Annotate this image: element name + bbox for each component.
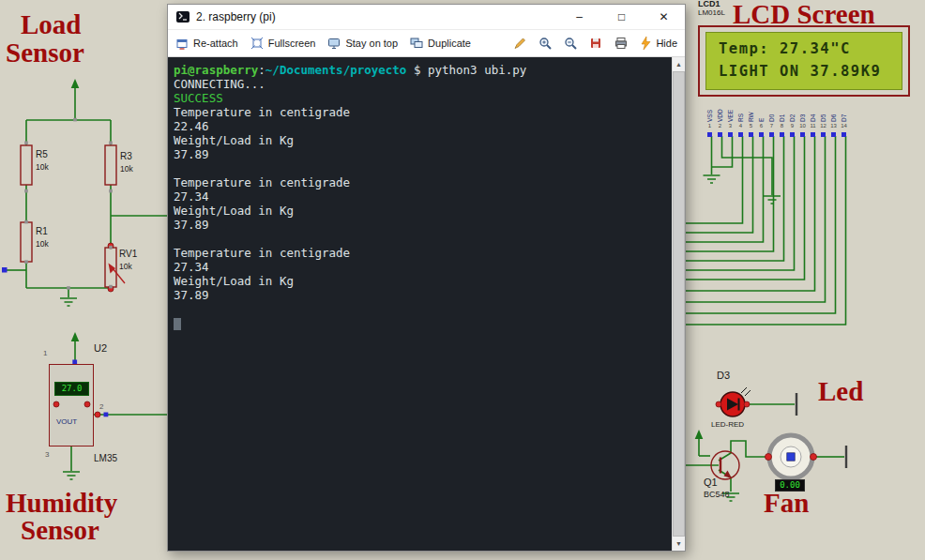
lcd-pin-d4: D411 [808,98,818,141]
scroll-up-arrow[interactable]: ▲ [673,57,685,71]
rv1-value: 10k [119,263,132,271]
lcd-pin-d2: D29 [787,98,797,141]
terminal-line [174,161,666,175]
re-attach-button[interactable]: Re-attach [175,37,238,50]
q1-ref: Q1 [704,477,718,488]
window-toolbar: Re-attach Fullscreen Stay on top Duplica… [168,29,685,57]
save-button[interactable] [589,37,602,50]
lcd-pin-d3: D310 [797,98,808,141]
d3-part: LED-RED [711,421,744,429]
lcd-pin-vss: VSS1 [705,98,715,141]
lm35-vout-pin-label: VOUT [56,417,77,426]
terminal-line: 27.34 [174,189,666,204]
lcd-pin-row: VSS1VDD2VEE3RS4RW5E6D07D18D29D310D411D51… [705,98,853,141]
close-button[interactable]: ✕ [643,5,685,29]
lcd-pin-e: E6 [756,98,766,141]
lcd-component[interactable]: Temp: 27.34"C LIGHT ON 37.89K9 [698,25,910,97]
scroll-down-arrow[interactable]: ▼ [673,537,685,551]
lcd-pin-d6: D613 [828,98,839,141]
lcd-pin-rw: RW5 [746,98,756,141]
terminal-line: Weight/Load in Kg [174,274,666,288]
terminal-app-icon [175,10,190,23]
label-load-sensor-line1: Load [21,11,81,38]
terminal-line: pi@raspberry:~/Documents/proyecto $ pyth… [174,63,666,77]
lcd-pin-d1: D18 [777,98,787,141]
print-button[interactable] [614,37,628,50]
terminal-line: Weight/Load in Kg [174,133,666,147]
r5-value: 10k [36,163,49,172]
terminal-line: Weight/Load in Kg [174,204,666,218]
terminal-cursor [174,318,181,330]
stay-on-top-button[interactable]: Stay on top [327,37,398,50]
window-restore-icon [175,37,189,50]
terminal-line: Temperature in centigrade [174,105,666,119]
u2-pin2-number: 2 [99,403,103,411]
r1-value: 10k [36,240,49,249]
resistor-r1[interactable] [21,222,32,262]
lm35-temperature-display: 27.0 [54,382,89,396]
label-humidity-sensor-line2: Sensor [21,517,99,544]
window-body: pi@raspberry:~/Documents/proyecto $ pyth… [168,57,685,551]
terminal-line: CONNECTING... [174,77,666,91]
save-icon [589,37,602,50]
fan-motor[interactable] [769,435,812,478]
terminal-line: Temperature in centigrade [174,246,666,260]
u2-pin3-number: 3 [45,451,49,459]
proteus-schematic-canvas: Load Sensor LCD Screen Humidity Sensor L… [0,0,925,560]
lcd-part: LM016L [698,9,725,17]
zoom-out-icon [564,37,577,50]
zoom-in-icon [538,37,552,50]
duplicate-button[interactable]: Duplicate [410,37,471,50]
hide-button[interactable]: Hide [640,37,677,50]
u2-ref: U2 [94,343,107,354]
lcd-line2: LIGHT ON 37.89K9 [719,60,902,83]
terminal-line [174,232,666,246]
lcd-pin-vee: VEE3 [725,98,735,141]
lcd-line1: Temp: 27.34"C [719,38,902,60]
minimize-button[interactable]: – [558,5,600,29]
label-load-sensor-line2: Sensor [6,39,84,67]
terminal-line: 37.89 [174,147,666,161]
terminal-window: 2. raspberry (pi) – □ ✕ Re-attach Fullsc… [167,4,686,552]
fan-rpm-display: 0.00 [775,479,805,492]
edit-button[interactable] [513,37,526,50]
q1-part: BC548 [704,491,730,499]
resistor-r5[interactable] [21,145,32,185]
resistor-r3[interactable] [105,145,116,185]
terminal-output[interactable]: pi@raspberry:~/Documents/proyecto $ pyth… [168,57,672,551]
lightning-icon [640,37,651,50]
lm35-component[interactable]: 27.0 VOUT [49,364,94,446]
lcd-ref: LCD1 [698,0,720,8]
scroll-thumb[interactable] [673,71,685,537]
label-fan: Fan [764,490,809,517]
u2-part: LM35 [94,454,117,463]
lcd-pin-rs: RS4 [735,98,746,141]
lcd-pin-d0: D07 [766,98,777,141]
label-lcd-screen: LCD Screen [733,1,875,28]
window-titlebar[interactable]: 2. raspberry (pi) – □ ✕ [168,5,685,29]
d3-ref: D3 [717,371,730,381]
zoom-in-button[interactable] [538,37,552,50]
u2-pin1-number: 1 [43,350,47,357]
r3-value: 10k [120,165,133,174]
zoom-out-button[interactable] [564,37,577,50]
window-title: 2. raspberry (pi) [196,10,558,23]
terminal-line: 27.34 [174,260,666,274]
r1-ref: R1 [36,227,48,236]
lcd-pin-d7: D714 [839,98,849,141]
terminal-line: SUCCESS [174,91,666,105]
terminal-line: 37.89 [174,218,666,232]
r3-ref: R3 [120,152,132,161]
terminal-line: 37.89 [174,288,666,302]
fullscreen-button[interactable]: Fullscreen [250,37,316,50]
junction-marker [24,118,113,290]
label-led: Led [818,378,863,405]
lcd-pin-d5: D512 [818,98,828,141]
maximize-button[interactable]: □ [600,5,643,29]
rv1-ref: RV1 [119,250,137,259]
printer-icon [614,37,628,50]
terminal-scrollbar[interactable]: ▲ ▼ [672,57,685,551]
fullscreen-icon [250,37,264,50]
label-humidity-sensor-line1: Humidity [6,490,117,517]
terminal-line: Temperature in centigrade [174,175,666,189]
